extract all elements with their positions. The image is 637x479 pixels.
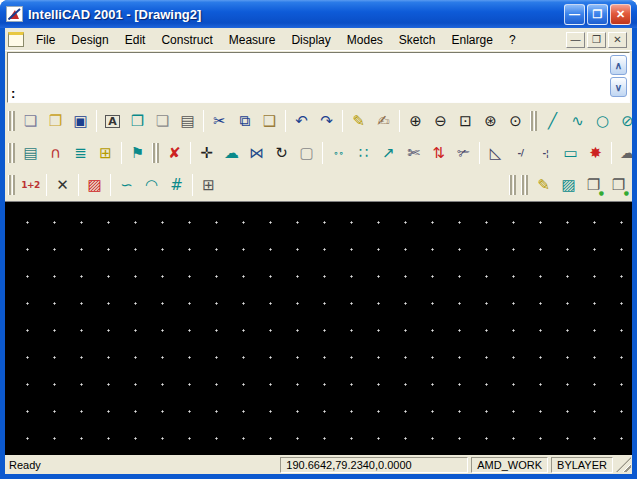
flag-button[interactable]: ⚑ [125, 141, 150, 166]
move-button[interactable]: ✛ [194, 141, 219, 166]
cut-button[interactable]: ✂ [207, 109, 232, 134]
page-setup-button[interactable]: ❏ [150, 109, 175, 134]
toolbar-grip[interactable] [8, 173, 16, 197]
chamfer-button[interactable]: ◺ [483, 141, 508, 166]
menu-construct[interactable]: Construct [153, 31, 220, 49]
circle-button[interactable]: ○ [590, 109, 615, 134]
menu-help[interactable]: ? [501, 31, 524, 49]
toolbar-grip[interactable] [8, 109, 16, 133]
dimension-button[interactable]: 1+2 [18, 173, 43, 198]
open-button[interactable]: ❐ [43, 109, 68, 134]
minimize-button[interactable]: — [564, 4, 585, 25]
menu-enlarge[interactable]: Enlarge [444, 31, 501, 49]
zoom-in-icon: ⊕ [409, 114, 422, 129]
print-button[interactable]: ▤ [175, 109, 200, 134]
toolbar-separator [121, 142, 122, 164]
command-window[interactable]: : ∧ ∨ [7, 52, 630, 103]
zoom-in-button[interactable]: ⊕ [403, 109, 428, 134]
new-button[interactable]: ❏ [18, 109, 43, 134]
paste-button[interactable]: ❑ [257, 109, 282, 134]
snap-cross-button[interactable]: ✕ [50, 173, 75, 198]
erase-button[interactable]: ✘ [162, 141, 187, 166]
load-from-screen-button[interactable]: ❐ [606, 173, 631, 198]
resize-grip[interactable] [616, 457, 631, 472]
menu-modes[interactable]: Modes [339, 31, 391, 49]
window-panel-button[interactable]: ⊞ [196, 173, 221, 198]
toolbar-grip[interactable] [152, 141, 160, 165]
line-button[interactable]: ╱ [540, 109, 565, 134]
close-button[interactable]: ✕ [610, 4, 631, 25]
pipe-button[interactable]: ∽ [114, 173, 139, 198]
snapshot-icon: ❒ [131, 114, 144, 129]
toolbar-grip[interactable] [530, 109, 538, 133]
layer-grid-button[interactable]: ⊞ [93, 141, 118, 166]
layer-express-button[interactable]: ▤ [18, 141, 43, 166]
status-coordinates[interactable]: 190.6642,79.2340,0.0000 [280, 457, 468, 473]
toolbar-grip[interactable] [521, 173, 529, 197]
mirror-button[interactable]: ⋈ [244, 141, 269, 166]
title-bar[interactable]: IntelliCAD 2001 - [Drawing2] —❐✕ [0, 0, 637, 28]
mdi-restore-button[interactable]: ❐ [587, 32, 606, 48]
zoom-out-button[interactable]: ⊖ [428, 109, 453, 134]
lengthen-button[interactable]: -¦ [533, 141, 558, 166]
polyline-button[interactable]: ∿ [565, 109, 590, 134]
move-icon: ✛ [200, 146, 213, 161]
pan-hand-button[interactable]: ✍ [371, 109, 396, 134]
undo-button[interactable]: ↶ [289, 109, 314, 134]
drawing-document-icon[interactable] [8, 32, 24, 47]
break-button[interactable]: ✃ [451, 141, 476, 166]
hatch-pattern-button[interactable]: ▨ [556, 173, 581, 198]
zoom-extents-button[interactable]: ⊛ [478, 109, 503, 134]
toolbar-separator [78, 174, 79, 196]
copy-entities-button[interactable]: ∘∘ [326, 141, 351, 166]
layer-stack-button[interactable]: ≣ [68, 141, 93, 166]
drawing-canvas[interactable] [5, 201, 632, 455]
menu-sketch[interactable]: Sketch [391, 31, 444, 49]
donut-button[interactable]: ⊘ [615, 109, 632, 134]
grid-lines-button[interactable]: # [164, 173, 189, 198]
redo-button[interactable]: ↷ [314, 109, 339, 134]
revision-cloud-button[interactable]: ☁ [615, 141, 632, 166]
scroll-up-button[interactable]: ∧ [610, 55, 627, 75]
status-color-mode[interactable]: BYLAYER [551, 457, 613, 473]
select-marquee-button[interactable]: ▢ [294, 141, 319, 166]
layer-dome-button[interactable]: ∩ [43, 141, 68, 166]
array-button[interactable]: ∷ [351, 141, 376, 166]
toolbar-grip[interactable] [8, 141, 16, 165]
copy-cloud-button[interactable]: ☁ [219, 141, 244, 166]
rotate-button[interactable]: ↻ [269, 141, 294, 166]
status-workspace[interactable]: AMD_WORK [471, 457, 548, 473]
save-button[interactable]: ▣ [68, 109, 93, 134]
curve-button[interactable]: ◠ [139, 173, 164, 198]
menu-measure[interactable]: Measure [221, 31, 284, 49]
stretch-button[interactable]: ↗ [376, 141, 401, 166]
explode-button[interactable]: ✸ [583, 141, 608, 166]
mdi-minimize-button[interactable]: — [566, 32, 585, 48]
hatch-button[interactable]: ▨ [82, 173, 107, 198]
text-style-button[interactable]: A [100, 109, 125, 134]
menu-file[interactable]: File [28, 31, 63, 49]
restore-button[interactable]: ❐ [587, 4, 608, 25]
menu-display[interactable]: Display [283, 31, 338, 49]
window-panel-icon: ⊞ [202, 178, 215, 193]
extend-button[interactable]: ⇅ [426, 141, 451, 166]
menu-bar: FileDesignEditConstructMeasureDisplayMod… [5, 28, 632, 51]
menu-design[interactable]: Design [63, 31, 116, 49]
snapshot-button[interactable]: ❒ [125, 109, 150, 134]
zoom-window-button[interactable]: ⊡ [453, 109, 478, 134]
lengthen-icon: -¦ [542, 149, 548, 158]
zoom-previous-button[interactable]: ⊙ [503, 109, 528, 134]
edit-polyline-button[interactable]: ▭ [558, 141, 583, 166]
send-to-screen-button[interactable]: ❐ [581, 173, 606, 198]
fillet-button[interactable]: -/ [508, 141, 533, 166]
rotate-icon: ↻ [275, 146, 288, 161]
edit-pencil-button[interactable]: ✎ [346, 109, 371, 134]
menu-edit[interactable]: Edit [117, 31, 154, 49]
sketch-pencil-button[interactable]: ✎ [531, 173, 556, 198]
status-bar: Ready 190.6642,79.2340,0.0000 AMD_WORK B… [5, 455, 632, 474]
trim-button[interactable]: ✄ [401, 141, 426, 166]
scroll-down-button[interactable]: ∨ [610, 77, 627, 97]
copy-button[interactable]: ⧉ [232, 109, 257, 134]
mdi-close-button[interactable]: ✕ [608, 32, 627, 48]
toolbar-grip[interactable] [509, 173, 517, 197]
